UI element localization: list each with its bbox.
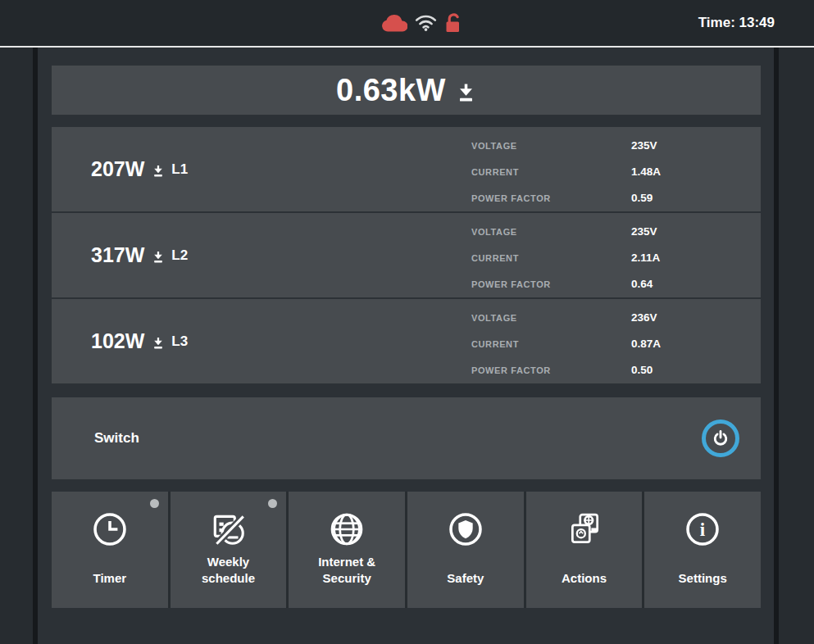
power-toggle-button[interactable] xyxy=(702,420,739,457)
phase-l1-reading: 207W L1 xyxy=(52,157,188,181)
stat-voltage-value: 235V xyxy=(631,225,657,238)
stat-voltage-value: 235V xyxy=(631,139,657,152)
stat-power-factor-label: POWER FACTOR xyxy=(471,193,631,203)
import-arrow-icon xyxy=(152,165,165,178)
stat-voltage-label: VOLTAGE xyxy=(471,227,631,237)
notification-dot xyxy=(150,499,159,508)
device-time: Time: 13:49 xyxy=(698,15,814,31)
stat-power-factor: POWER FACTOR 0.50 xyxy=(471,364,748,376)
svg-text:i: i xyxy=(700,519,706,540)
globe-icon xyxy=(328,510,366,549)
stat-power-factor-value: 0.64 xyxy=(631,278,653,290)
tab-label: Internet & Security xyxy=(289,554,405,587)
actions-icon xyxy=(566,510,603,549)
lock-open-icon xyxy=(444,13,463,34)
tab-actions[interactable]: Actions xyxy=(526,492,643,608)
bottom-menu: Timer Weekly schedule xyxy=(52,492,761,608)
stat-current-label: CURRENT xyxy=(471,253,631,263)
tab-label: Settings xyxy=(644,570,761,587)
tab-timer[interactable]: Timer xyxy=(52,492,168,608)
stat-voltage: VOLTAGE 236V xyxy=(471,311,748,324)
stat-current: CURRENT 1.48A xyxy=(471,166,748,178)
phase-l1-power: 207W xyxy=(91,157,144,181)
stat-power-factor: POWER FACTOR 0.64 xyxy=(471,278,748,290)
phase-l2-power: 317W xyxy=(91,243,144,267)
import-arrow-icon xyxy=(456,83,476,103)
phase-list: 207W L1 VOLTAGE 235V CURRENT 1.48A xyxy=(52,127,761,383)
stat-current-value: 2.11A xyxy=(631,252,660,264)
stat-current-label: CURRENT xyxy=(471,339,631,349)
stat-power-factor-label: POWER FACTOR xyxy=(471,279,631,289)
status-icons xyxy=(381,13,463,34)
import-arrow-icon xyxy=(152,251,165,264)
wifi-icon xyxy=(415,15,437,32)
clock-icon xyxy=(91,510,129,549)
stat-voltage-value: 236V xyxy=(631,311,657,324)
stat-voltage-label: VOLTAGE xyxy=(471,141,631,151)
phase-l1-name: L1 xyxy=(171,161,188,178)
tab-weekly-schedule[interactable]: Weekly schedule xyxy=(171,492,287,608)
phase-l2-name: L2 xyxy=(171,247,188,264)
phase-row-l2[interactable]: 317W L2 VOLTAGE 235V CURRENT 2.11A xyxy=(52,213,761,297)
tab-settings[interactable]: i Settings xyxy=(644,492,761,608)
stat-voltage: VOLTAGE 235V xyxy=(471,225,748,238)
total-power-card: 0.63kW xyxy=(52,66,761,115)
stat-power-factor-value: 0.59 xyxy=(631,192,653,204)
schedule-disabled-icon xyxy=(210,510,248,549)
main-panel: 0.63kW 207W L1 xyxy=(33,48,779,644)
stat-current: CURRENT 0.87A xyxy=(471,338,748,350)
stat-voltage-label: VOLTAGE xyxy=(471,313,631,323)
switch-card: Switch xyxy=(52,397,761,479)
stat-current-label: CURRENT xyxy=(471,167,631,177)
power-icon xyxy=(712,429,730,447)
tab-internet-security[interactable]: Internet & Security xyxy=(289,492,405,608)
stat-power-factor-value: 0.50 xyxy=(631,364,653,376)
phase-row-l3[interactable]: 102W L3 VOLTAGE 236V CURRENT 0.87A xyxy=(52,299,761,383)
tab-label: Actions xyxy=(526,570,643,587)
stat-current-value: 1.48A xyxy=(631,166,661,178)
phase-l2-reading: 317W L2 xyxy=(52,243,188,267)
stat-current: CURRENT 2.11A xyxy=(471,252,748,264)
notification-dot xyxy=(268,499,277,508)
phase-row-l1[interactable]: 207W L1 VOLTAGE 235V CURRENT 1.48A xyxy=(52,127,761,211)
stat-power-factor: POWER FACTOR 0.59 xyxy=(471,192,748,204)
topbar: Time: 13:49 xyxy=(0,0,814,46)
info-icon: i xyxy=(684,510,721,549)
switch-label: Switch xyxy=(94,430,139,447)
stat-voltage: VOLTAGE 235V xyxy=(471,139,748,152)
import-arrow-icon xyxy=(152,337,165,350)
phase-l1-stats: VOLTAGE 235V CURRENT 1.48A POWER FACTOR … xyxy=(471,139,748,204)
total-power-value: 0.63kW xyxy=(336,73,446,108)
phase-l3-power: 102W xyxy=(91,329,144,353)
shield-icon xyxy=(447,510,484,549)
tab-label: Safety xyxy=(407,570,524,587)
stat-current-value: 0.87A xyxy=(631,338,661,350)
stat-power-factor-label: POWER FACTOR xyxy=(471,365,631,375)
cloud-icon xyxy=(381,14,407,33)
phase-l2-stats: VOLTAGE 235V CURRENT 2.11A POWER FACTOR … xyxy=(471,225,748,290)
phase-l3-name: L3 xyxy=(171,333,188,350)
tab-safety[interactable]: Safety xyxy=(407,492,524,608)
tab-label: Weekly schedule xyxy=(171,554,287,587)
tab-label: Timer xyxy=(52,570,168,587)
phase-l3-stats: VOLTAGE 236V CURRENT 0.87A POWER FACTOR … xyxy=(471,311,748,376)
phase-l3-reading: 102W L3 xyxy=(52,329,188,353)
